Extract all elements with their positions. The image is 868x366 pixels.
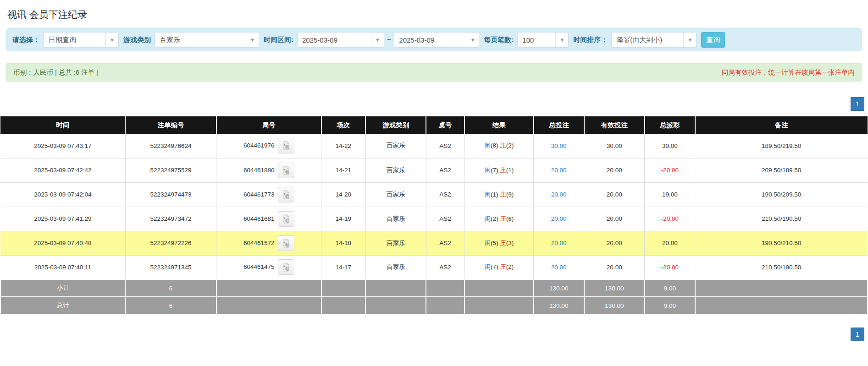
total-bet-link[interactable]: 20.00 (551, 240, 567, 246)
header-round-no: 局号 (216, 116, 321, 134)
header-bet-no: 注单编号 (125, 116, 216, 134)
cell-game: 百家乐 (365, 231, 426, 255)
result-player-label: 闲 (484, 263, 491, 270)
date-from-value: 2025-03-09 (298, 36, 371, 44)
cell-round-no: 604461976 (216, 134, 321, 158)
video-file-icon (281, 190, 291, 200)
cell-session: 14-22 (321, 134, 365, 158)
cell-payout: 30.00 (645, 134, 695, 158)
header-total-bet: 总投注 (534, 116, 584, 134)
query-type-value: 日期查询 (44, 36, 105, 44)
total-bet-link[interactable]: 20.00 (551, 191, 567, 198)
cell-game: 百家乐 (365, 134, 426, 158)
video-file-icon (281, 238, 291, 248)
cell-table-no: AS2 (426, 207, 464, 231)
cell-session: 14-19 (321, 207, 365, 231)
result-banker-label: 庄 (500, 215, 506, 222)
date-from-select[interactable]: 2025-03-09 ▼ (297, 32, 384, 48)
header-result: 结果 (464, 116, 534, 134)
video-replay-button[interactable] (278, 259, 294, 275)
video-replay-button[interactable] (278, 138, 294, 153)
video-file-icon (281, 262, 291, 272)
video-file-icon (281, 165, 291, 175)
video-file-icon (281, 214, 291, 224)
total-bet-link[interactable]: 30.00 (551, 142, 567, 149)
page-1-button[interactable]: 1 (851, 97, 864, 111)
result-banker-score: (6) (506, 215, 514, 222)
cell-payout: 19.00 (645, 182, 695, 207)
chevron-down-icon: ▼ (105, 33, 118, 47)
round-no-text: 604461572 (243, 239, 275, 246)
table-row: 2025-03-09 07:40:11 522324971345 6044614… (0, 255, 868, 279)
betting-records-table: 时间 注单编号 局号 场次 游戏类别 桌号 结果 总投注 有效投注 总派彩 备注… (0, 116, 868, 315)
cell-bet-no: 522324975529 (125, 158, 216, 182)
video-replay-button[interactable] (278, 187, 294, 202)
cell-bet-no: 522324971345 (125, 255, 216, 279)
page-title: 视讯 会员下注纪录 (7, 8, 868, 21)
cell-valid-bet: 20.00 (584, 182, 645, 207)
cell-note: 189.50/219.50 (695, 134, 868, 158)
cell-result: 闲(2) 庄(6) (464, 207, 534, 231)
round-no-text: 604461976 (243, 142, 275, 149)
cell-total-bet: 30.00 (534, 134, 584, 158)
query-type-label: 请选择： (12, 36, 40, 44)
sort-order-select[interactable]: 降幂(由大到小) ▼ (611, 32, 697, 48)
cell-result: 闲(8) 庄(2) (464, 134, 534, 158)
result-banker-score: (9) (506, 191, 514, 198)
cell-valid-bet: 30.00 (584, 134, 645, 158)
total-bet-link[interactable]: 20.00 (551, 264, 567, 271)
total-bet-link[interactable]: 20.00 (551, 167, 567, 174)
cell-round-no: 604461475 (216, 255, 321, 279)
cell-table-no: AS2 (426, 255, 464, 279)
result-player-score: (2) (491, 215, 498, 222)
cell-note: 190.50/210.50 (695, 231, 868, 255)
result-banker-label: 庄 (500, 167, 506, 174)
page-1-button[interactable]: 1 (851, 328, 864, 341)
total-bet-link[interactable]: 20.00 (551, 215, 567, 222)
video-replay-button[interactable] (278, 163, 294, 178)
cell-time: 2025-03-09 07:40:48 (0, 231, 125, 255)
cell-session: 14-18 (321, 231, 365, 255)
cell-bet-no: 522324973472 (125, 207, 216, 231)
video-file-icon (281, 141, 291, 151)
round-no-text: 604461773 (243, 191, 275, 197)
cell-total-bet: 20.00 (534, 207, 584, 231)
round-no-text: 604461880 (243, 166, 275, 173)
header-payout: 总派彩 (645, 116, 695, 134)
video-replay-button[interactable] (278, 235, 294, 251)
cell-result: 闲(7) 庄(1) (464, 158, 534, 182)
chevron-down-icon: ▼ (246, 33, 259, 47)
cell-total-bet: 20.00 (534, 231, 584, 255)
video-replay-button[interactable] (278, 211, 294, 227)
cell-game: 百家乐 (365, 255, 426, 279)
cell-note: 210.50/190.50 (695, 255, 868, 279)
table-row: 2025-03-09 07:41:29 522324973472 6044616… (0, 207, 868, 231)
page-size-label: 每页笔数: (484, 36, 514, 44)
cell-payout: -20.00 (645, 255, 695, 279)
cell-game: 百家乐 (365, 207, 426, 231)
cell-note: 209.50/189.50 (695, 158, 868, 182)
page-size-value: 100 (518, 36, 555, 44)
cell-game: 百家乐 (365, 158, 426, 182)
grand-total-total-bet: 130.00 (534, 297, 584, 314)
cell-result: 闲(7) 庄(2) (464, 255, 534, 279)
page-size-select[interactable]: 100 ▼ (517, 32, 569, 48)
game-category-select[interactable]: 百家乐 ▼ (155, 32, 259, 48)
cell-time: 2025-03-09 07:42:04 (0, 182, 125, 207)
cell-round-no: 604461681 (216, 207, 321, 231)
header-valid-bet: 有效投注 (584, 116, 645, 134)
search-button[interactable]: 查询 (701, 32, 725, 48)
cell-valid-bet: 20.00 (584, 255, 645, 279)
header-session: 场次 (321, 116, 365, 134)
chevron-down-icon: ▼ (683, 33, 696, 47)
query-type-select[interactable]: 日期查询 ▼ (44, 32, 119, 48)
pagination-bottom: 1 (0, 328, 868, 344)
date-to-select[interactable]: 2025-03-09 ▼ (394, 32, 479, 48)
cell-time: 2025-03-09 07:42:42 (0, 158, 125, 182)
grand-total-count: 6 (125, 297, 216, 314)
result-player-score: (8) (491, 142, 498, 149)
cell-note: 190.50/209.50 (695, 182, 868, 207)
grand-total-row: 总计 6 130.00 130.00 9.00 (0, 297, 868, 314)
cell-payout: 20.00 (645, 231, 695, 255)
grand-total-label: 总计 (0, 297, 125, 314)
